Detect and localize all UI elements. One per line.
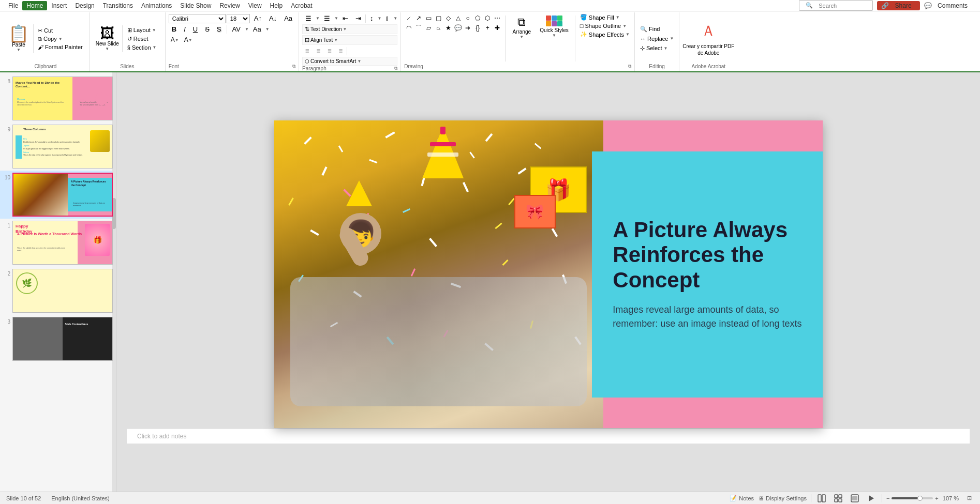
bold-button[interactable]: B [169,24,180,34]
shape-arc[interactable]: ◠ [404,23,413,33]
char-spacing-dropdown[interactable]: ▼ [245,27,249,32]
shape-brace[interactable]: {} [473,23,482,33]
shape-effects-button[interactable]: ✨ Shape Effects ▼ [578,30,631,38]
slide-item-8[interactable]: 8 Maybe You Need to Divide the Content..… [0,74,116,123]
shape-fill-dropdown[interactable]: ▼ [616,15,620,20]
increase-font-button[interactable]: A↑ [251,13,265,23]
shape-hexagon[interactable]: ⬡ [483,13,492,23]
shape-round-rect[interactable]: ▢ [434,13,443,23]
fit-slide-button[interactable]: ⊡ [965,494,974,502]
shape-ellipse[interactable]: ○ [463,13,472,23]
change-case-button[interactable]: Aa [250,24,264,34]
menu-review[interactable]: Review [215,1,244,10]
reading-view-button[interactable] [849,493,861,503]
select-button[interactable]: ⊹ Select ▼ [638,44,676,52]
search-input[interactable] [819,3,870,9]
convert-smartart-button[interactable]: ⬡ Convert to SmartArt ▼ [302,57,397,66]
font-color-dropdown[interactable]: ▼ [188,38,192,42]
arrange-button[interactable]: ⧉ Arrange ▼ [509,13,534,41]
shape-curve[interactable]: ⌒ [414,23,423,33]
replace-dropdown[interactable]: ▼ [670,36,674,41]
shape-cross[interactable]: ✚ [493,23,502,33]
arrange-dropdown[interactable]: ▼ [519,35,524,39]
line-spacing-button[interactable]: ↕ [367,13,377,23]
slide-canvas[interactable]: 🎁 🎀 👦 [274,120,823,428]
align-text-dropdown[interactable]: ▼ [334,38,338,42]
italic-button[interactable]: I [181,24,189,34]
shape-line[interactable]: ⟋ [404,13,413,23]
menu-help[interactable]: Help [266,1,287,10]
shape-diamond[interactable]: ◇ [443,13,453,23]
font-name-select[interactable]: Calibri [169,14,226,23]
find-button[interactable]: 🔍 Find [638,25,676,33]
strikethrough-button[interactable]: S [202,24,213,34]
line-spacing-dropdown[interactable]: ▼ [377,16,381,21]
increase-indent-button[interactable]: ⇥ [352,13,364,23]
quick-styles-dropdown[interactable]: ▼ [552,33,556,38]
bullets-dropdown[interactable]: ▼ [316,16,320,21]
zoom-thumb[interactable] [917,496,923,501]
justify-button[interactable]: ≡ [336,46,346,56]
para-dialog-launcher[interactable]: ⧉ [394,66,397,71]
font-color-button[interactable]: A ▼ [182,35,195,44]
text-direction-dropdown[interactable]: ▼ [343,27,347,32]
shape-effects-dropdown[interactable]: ▼ [626,32,630,37]
bullets-button[interactable]: ☰ [302,13,315,23]
adobe-create-button[interactable]: Crear y compartir PDF de Adobe [682,43,734,56]
font-size-select[interactable]: 18 [227,14,250,23]
shape-block-arrow[interactable]: ➔ [463,23,472,33]
zoom-out-button[interactable]: − [886,495,889,501]
align-right-button[interactable]: ≡ [324,46,335,56]
notes-area[interactable]: Click to add notes [127,428,970,444]
decrease-font-button[interactable]: A↓ [266,13,280,23]
shape-trapezoid[interactable]: ⏢ [434,23,443,33]
underline-button[interactable]: U [190,24,201,34]
slideshow-button[interactable] [865,493,878,503]
format-painter-button[interactable]: 🖌 Format Painter [36,43,85,51]
menu-slideshow[interactable]: Slide Show [176,1,215,10]
font-dialog-launcher[interactable]: ⧉ [292,64,295,69]
shape-parallelogram[interactable]: ▱ [424,23,433,33]
shape-plus[interactable]: + [483,23,492,33]
slide-sorter-button[interactable] [832,493,844,503]
slide-item-10[interactable]: 10 A Picture Always Reinforces the Conce… [0,171,116,219]
change-case-dropdown[interactable]: ▼ [265,27,270,32]
columns-dropdown[interactable]: ▼ [393,16,397,21]
menu-home[interactable]: Home [22,1,47,10]
text-direction-label[interactable]: Text Direction [310,26,342,32]
menu-design[interactable]: Design [71,1,98,10]
shape-more[interactable]: ⋯ [493,13,502,23]
section-dropdown[interactable]: ▼ [153,45,157,50]
shape-callout[interactable]: 💬 [453,23,463,33]
shape-arrow[interactable]: ↗ [414,13,423,23]
zoom-in-button[interactable]: + [935,495,938,501]
quick-styles-button[interactable]: Quick Styles ▼ [537,13,572,40]
new-slide-button[interactable]: 🖼 New Slide ▼ [93,25,123,52]
shape-triangle[interactable]: △ [453,13,463,23]
highlight-color-button[interactable]: A ▼ [169,35,181,44]
text-shadow-button[interactable]: S [214,24,225,34]
display-settings-button[interactable]: 🖥 Display Settings [758,495,807,501]
shape-fill-button[interactable]: 🪣 Shape Fill ▼ [578,13,631,21]
search-bar[interactable]: 🔍 [799,0,873,11]
slide-text-box[interactable]: A Picture Always Reinforces the Concept … [592,151,822,398]
share-button[interactable]: 🔗 Share [877,1,919,10]
numbering-button[interactable]: ☰ [321,13,333,23]
menu-acrobat[interactable]: Acrobat [287,1,316,10]
numbering-dropdown[interactable]: ▼ [334,16,338,21]
shape-star[interactable]: ★ [443,23,453,33]
highlight-dropdown[interactable]: ▼ [175,38,179,42]
copy-button[interactable]: ⧉ Copy ▼ [36,35,85,43]
align-text-label[interactable]: Align Text [310,37,333,43]
layout-button[interactable]: ⊞ Layout ▼ [126,26,162,34]
slide-item-13[interactable]: 3 Slide Content Here [0,315,116,363]
align-left-button[interactable]: ≡ [302,46,313,56]
menu-file[interactable]: File [4,1,22,10]
shape-rect[interactable]: ▭ [424,13,433,23]
shape-outline-dropdown[interactable]: ▼ [622,24,627,28]
layout-dropdown[interactable]: ▼ [152,28,156,33]
smartart-dropdown[interactable]: ▼ [357,59,361,64]
columns-button[interactable]: ⫿ [382,13,392,23]
new-slide-dropdown[interactable]: ▼ [105,47,109,51]
section-button[interactable]: § Section ▼ [126,44,162,51]
